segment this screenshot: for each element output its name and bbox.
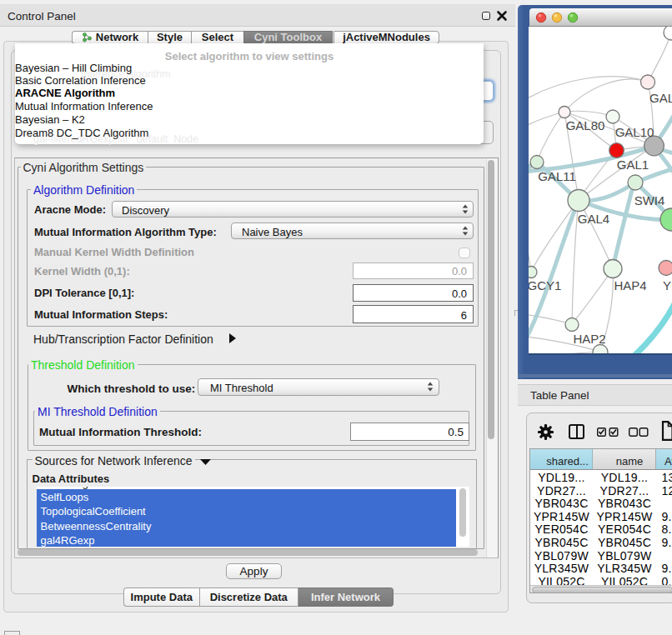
svg-text:HAP4: HAP4 [614,278,646,292]
svg-text:SWI4: SWI4 [634,193,665,208]
svg-text:GAL1: GAL1 [617,158,649,172]
svg-text:HAP2: HAP2 [573,332,605,346]
svg-text:GCY1: GCY1 [529,278,561,292]
svg-text:GAL80: GAL80 [566,118,605,132]
svg-text:GAL11: GAL11 [538,169,576,183]
svg-text:GAL4: GAL4 [578,212,609,226]
svg-text:GAL2: GAL2 [649,91,672,105]
svg-text:GAL10: GAL10 [615,125,654,139]
svg-text:YEL0: YEL0 [663,278,672,292]
